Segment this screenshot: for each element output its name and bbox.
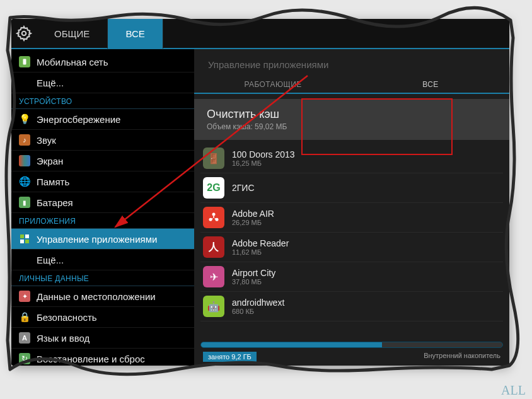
sidebar-label: Ещё... <box>37 255 64 265</box>
sidebar-item-power[interactable]: 💡 Энергосбережение <box>11 109 194 130</box>
bulb-icon: 💡 <box>19 113 30 125</box>
app-size: 11,62 МБ <box>232 248 289 256</box>
sidebar-label: Ещё... <box>37 78 64 88</box>
app-name: Adobe Reader <box>232 238 289 248</box>
sidebar-label: Язык и ввод <box>37 333 90 344</box>
app-item[interactable]: 人 Adobe Reader 11,62 МБ <box>200 233 503 262</box>
clear-cache-title: Очистить кэш <box>207 108 497 121</box>
sidebar-item-location[interactable]: ✦ Данные о местоположении <box>11 286 194 307</box>
content-title: Управление приложениями <box>194 49 509 76</box>
lang-icon: A <box>19 332 30 344</box>
gear-icon <box>11 25 37 42</box>
sidebar-item-battery[interactable]: ▮ Батарея <box>11 192 194 213</box>
app-name: 100 Doors 2013 <box>232 149 295 159</box>
lock-icon: 🔒 <box>19 311 30 323</box>
storage-row: занято 9,2 ГБ Внутренний накопитель <box>194 350 509 366</box>
mobile-icon <box>19 56 30 67</box>
app-list[interactable]: 🚪 100 Doors 2013 16,25 МБ 2G 2ГИС <box>194 144 509 338</box>
app-name: androidhwext <box>232 298 284 308</box>
storage-used: занято 9,2 ГБ <box>203 352 257 362</box>
screen-icon <box>19 155 30 166</box>
header: ОБЩИЕ ВСЕ <box>11 19 509 49</box>
sidebar-item-language[interactable]: A Язык и ввод <box>11 328 194 349</box>
device-frame: ОБЩИЕ ВСЕ Мобильная сеть Ещё... УСТРОЙСТ… <box>11 19 509 366</box>
tab-general[interactable]: ОБЩИЕ <box>37 19 108 49</box>
sidebar-label: Данные о местоположении <box>37 291 156 302</box>
memory-icon: 🌐 <box>19 176 30 187</box>
app-icon: ✈ <box>203 266 224 287</box>
sidebar-label: Безопасность <box>37 312 97 323</box>
app-name: Adobe AIR <box>232 209 274 219</box>
sidebar-item-more-1[interactable]: Ещё... <box>11 72 194 93</box>
sidebar-item-mobile[interactable]: Мобильная сеть <box>11 52 194 72</box>
app-icon: 🤖 <box>203 296 224 317</box>
app-size: 16,25 МБ <box>232 159 295 167</box>
sidebar-label: Восстановление и сброс <box>37 354 145 364</box>
content-panel: Управление приложениями РАБОТАЮЩИЕ ВСЕ О… <box>194 49 509 366</box>
sidebar-item-reset[interactable]: ↻ Восстановление и сброс <box>11 349 194 366</box>
content-tab-running[interactable]: РАБОТАЮЩИЕ <box>194 76 352 93</box>
app-item[interactable]: 🤖 androidhwext 680 КБ <box>200 292 503 321</box>
app-size: 26,29 МБ <box>232 219 274 226</box>
sidebar-item-screen[interactable]: Экран <box>11 151 194 171</box>
location-icon: ✦ <box>19 291 30 302</box>
svg-rect-2 <box>20 234 24 238</box>
clear-cache-subtitle: Объем кэша: 59,02 МБ <box>207 122 497 131</box>
svg-rect-4 <box>20 240 24 243</box>
app-item[interactable]: ✈ Airport City 37,80 МБ <box>200 262 503 292</box>
svg-point-0 <box>22 32 26 36</box>
app-icon: 🚪 <box>203 147 224 169</box>
sidebar-label: Мобильная сеть <box>37 57 108 67</box>
tab-all[interactable]: ВСЕ <box>108 19 163 49</box>
sidebar-label: Энергосбережение <box>37 114 120 125</box>
sidebar-label: Экран <box>37 156 63 166</box>
section-apps: ПРИЛОЖЕНИЯ <box>11 213 194 229</box>
sidebar-item-sound[interactable]: ♪ Звук <box>11 130 194 151</box>
app-name: Airport City <box>232 268 275 278</box>
storage-label: Внутренний накопитель <box>424 352 500 362</box>
sidebar-item-memory[interactable]: 🌐 Память <box>11 171 194 192</box>
app-item[interactable]: 🚪 100 Doors 2013 16,25 МБ <box>200 144 503 173</box>
content-tabs: РАБОТАЮЩИЕ ВСЕ <box>194 76 509 94</box>
sidebar-label: Память <box>37 176 69 187</box>
app-icon: 2G <box>203 177 224 199</box>
section-personal: ЛИЧНЫЕ ДАННЫЕ <box>11 270 194 286</box>
apps-icon <box>19 233 30 245</box>
sidebar-label: Звук <box>37 135 56 146</box>
app-name: 2ГИС <box>232 183 255 193</box>
storage-bar <box>200 342 503 348</box>
sidebar: Мобильная сеть Ещё... УСТРОЙСТВО 💡 Энерг… <box>11 49 194 366</box>
app-item[interactable]: 2G 2ГИС <box>200 173 503 203</box>
svg-rect-5 <box>25 240 29 243</box>
app-size: 37,80 МБ <box>232 278 275 286</box>
sidebar-label: Батарея <box>37 197 73 208</box>
sidebar-label: Управление приложениями <box>37 234 157 245</box>
app-size: 680 КБ <box>232 308 284 315</box>
sidebar-item-manage-apps[interactable]: Управление приложениями <box>11 229 194 250</box>
reset-icon: ↻ <box>19 353 30 364</box>
clear-cache-button[interactable]: Очистить кэш Объем кэша: 59,02 МБ <box>194 99 509 140</box>
svg-rect-1 <box>23 59 26 65</box>
app-item[interactable]: Adobe AIR 26,29 МБ <box>200 203 503 233</box>
content-tab-all[interactable]: ВСЕ <box>352 76 509 93</box>
watermark: ALL <box>501 383 526 398</box>
svg-point-6 <box>212 213 216 216</box>
section-device: УСТРОЙСТВО <box>11 93 194 109</box>
sidebar-item-security[interactable]: 🔒 Безопасность <box>11 307 194 328</box>
app-icon: 人 <box>203 236 224 258</box>
battery-icon: ▮ <box>19 197 30 208</box>
sound-icon: ♪ <box>19 134 30 146</box>
app-icon <box>203 207 224 228</box>
svg-rect-3 <box>25 234 29 238</box>
sidebar-item-more-2[interactable]: Ещё... <box>11 250 194 270</box>
